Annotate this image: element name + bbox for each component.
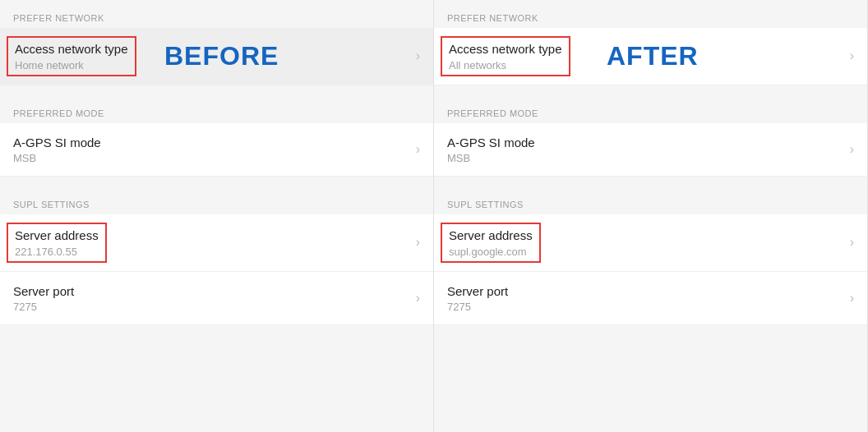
section-header-preferred-mode: PREFERRED MODE	[0, 95, 433, 123]
panel-label-after: AFTER	[607, 41, 699, 71]
setting-content-server-port: Server port7275	[13, 283, 409, 314]
item-wrapper-server-port: Server port7275›	[0, 272, 433, 326]
red-box-server-address: Server addresssupl.google.com	[441, 223, 541, 263]
setting-content-agps-si-mode: A-GPS SI modeMSB	[447, 135, 843, 165]
setting-title-agps-si-mode: A-GPS SI mode	[13, 135, 409, 151]
setting-subtitle-server-port: 7275	[447, 301, 843, 313]
chevron-right-icon: ›	[850, 291, 854, 306]
setting-item-access-network-type[interactable]: Access network typeHome network›BEFORE	[0, 28, 433, 85]
section-header-supl-settings: SUPL SETTINGS	[0, 186, 433, 214]
red-box-access-network-type: Access network typeHome network	[7, 36, 136, 76]
section-header-prefer-network: PREFER NETWORK	[434, 0, 867, 28]
setting-title-server-port: Server port	[13, 283, 409, 300]
setting-item-server-port[interactable]: Server port7275›	[434, 272, 867, 326]
setting-title-agps-si-mode: A-GPS SI mode	[447, 135, 843, 151]
item-wrapper-access-network-type: Access network typeAll networks›AFTER	[434, 28, 867, 85]
chevron-right-icon: ›	[416, 291, 420, 306]
setting-item-agps-si-mode[interactable]: A-GPS SI modeMSB›	[434, 123, 867, 177]
setting-item-server-address[interactable]: Server addresssupl.google.com›	[434, 214, 867, 272]
section-header-supl-settings: SUPL SETTINGS	[434, 186, 867, 214]
section-gap	[0, 85, 433, 95]
setting-subtitle-server-address: 221.176.0.55	[15, 246, 99, 258]
setting-content-server-address: Server address221.176.0.55	[13, 226, 409, 260]
setting-title-server-address: Server address	[15, 227, 99, 244]
setting-title-server-address: Server address	[449, 227, 533, 244]
after-panel: PREFER NETWORKAccess network typeAll net…	[434, 0, 868, 432]
setting-subtitle-server-port: 7275	[13, 301, 409, 313]
chevron-right-icon: ›	[850, 48, 854, 63]
section-header-preferred-mode: PREFERRED MODE	[434, 95, 867, 123]
chevron-right-icon: ›	[416, 142, 420, 157]
item-wrapper-agps-si-mode: A-GPS SI modeMSB›	[434, 123, 867, 177]
chevron-right-icon: ›	[850, 235, 854, 250]
item-wrapper-server-port: Server port7275›	[434, 272, 867, 326]
setting-title-server-port: Server port	[447, 283, 843, 300]
setting-item-agps-si-mode[interactable]: A-GPS SI modeMSB›	[0, 123, 433, 177]
setting-content-server-address: Server addresssupl.google.com	[447, 226, 843, 260]
setting-subtitle-server-address: supl.google.com	[449, 246, 533, 258]
section-gap	[434, 85, 867, 95]
setting-subtitle-access-network-type: Home network	[15, 59, 128, 71]
setting-subtitle-access-network-type: All networks	[449, 59, 562, 71]
before-panel: PREFER NETWORKAccess network typeHome ne…	[0, 0, 434, 432]
setting-item-server-port[interactable]: Server port7275›	[0, 272, 433, 326]
chevron-right-icon: ›	[416, 48, 420, 63]
red-box-server-address: Server address221.176.0.55	[7, 223, 107, 263]
item-wrapper-agps-si-mode: A-GPS SI modeMSB›	[0, 123, 433, 177]
chevron-right-icon: ›	[850, 142, 854, 157]
item-wrapper-server-address: Server addresssupl.google.com›	[434, 214, 867, 272]
section-gap	[0, 177, 433, 186]
item-wrapper-server-address: Server address221.176.0.55›	[0, 214, 433, 272]
setting-subtitle-agps-si-mode: MSB	[13, 152, 409, 164]
setting-title-access-network-type: Access network type	[15, 41, 128, 57]
item-wrapper-access-network-type: Access network typeHome network›BEFORE	[0, 28, 433, 85]
setting-item-server-address[interactable]: Server address221.176.0.55›	[0, 214, 433, 272]
setting-item-access-network-type[interactable]: Access network typeAll networks›AFTER	[434, 28, 867, 85]
setting-subtitle-agps-si-mode: MSB	[447, 152, 843, 164]
setting-content-server-port: Server port7275	[447, 283, 843, 314]
setting-title-access-network-type: Access network type	[449, 41, 562, 57]
red-box-access-network-type: Access network typeAll networks	[441, 36, 570, 76]
setting-content-agps-si-mode: A-GPS SI modeMSB	[13, 135, 409, 165]
chevron-right-icon: ›	[416, 235, 420, 250]
section-header-prefer-network: PREFER NETWORK	[0, 0, 433, 28]
panel-label-before: BEFORE	[164, 41, 279, 71]
section-gap	[434, 177, 867, 186]
